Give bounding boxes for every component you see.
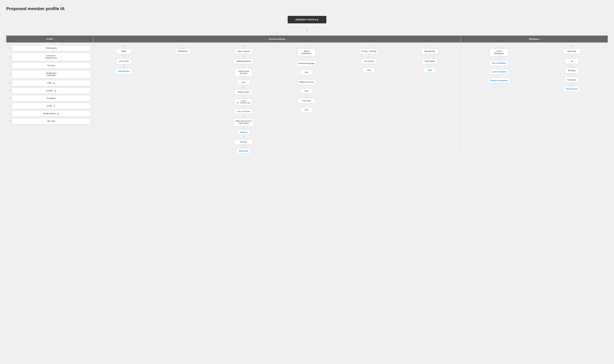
log-out-device-box: Log out device <box>234 109 252 114</box>
list-item: Occupation <box>9 95 91 101</box>
edit-currency-box: Edit <box>300 89 313 94</box>
sections-wrapper: Profile Profile picture Full name +Displ… <box>6 32 608 156</box>
email-box: Email 🔒 <box>12 103 91 109</box>
list-item: Full name +Display name <box>9 53 91 61</box>
edit-language-box: Edit <box>300 70 313 75</box>
deactivate-box: Deactivate <box>236 148 251 153</box>
list-item: Profile picture <box>9 45 91 51</box>
privacy-sharing-box: Privacy + Sharing <box>360 48 378 54</box>
id-verification-box: Identificationverification <box>12 70 91 78</box>
preferred-language-box: Preferred language <box>296 61 316 66</box>
update-password-box: Update password <box>234 58 253 64</box>
login-security-box: Login + security <box>234 48 252 54</box>
dob-box: DOB 🔒 <box>12 80 91 86</box>
workplace-header: Workplace <box>461 36 608 42</box>
global-pref-box: Globalpreferences <box>298 48 315 56</box>
preferred-currency-box: Preferred currency <box>297 79 316 85</box>
leave-workplace-box: Leave workplace <box>490 69 509 74</box>
list-item: Email 🔒 <box>9 103 91 109</box>
discover-workplace-box: Discover workplace <box>488 78 510 83</box>
linked-social-box: Linked socialaccounts <box>234 68 252 76</box>
privacy-column: Privacy + Sharing Your privacy Edit <box>360 45 378 153</box>
list-item: DOB 🔒 <box>9 80 91 86</box>
membership-column: Membership Subscription Edit <box>421 45 438 153</box>
workplace-columns: List ofWorkplaces Add a workplace Leave … <box>461 42 608 94</box>
all-box: All <box>565 58 579 64</box>
device-history-box: Device history <box>234 89 252 95</box>
your-privacy-box: Your privacy <box>361 58 377 64</box>
pronouns-box: Pronouns <box>12 63 91 69</box>
wallet-column: Wallet List of cards Add payment <box>116 45 132 153</box>
add-workplace-box: Add a workplace <box>490 61 508 65</box>
make-secure-box: Make your accountmore secure <box>233 118 253 126</box>
list-workplaces-box: List ofWorkplaces <box>490 48 508 56</box>
list-item: Location 🔒 <box>9 88 91 94</box>
profile-section: Profile Profile picture Full name +Displ… <box>6 32 93 127</box>
root-node-wrapper: MEMBER PROFILE <box>288 16 326 23</box>
profile-picture-box: Profile picture <box>12 45 91 51</box>
list-os-browser-box: List ofOS · Browser type <box>234 99 252 105</box>
qrcode-box: QR Code <box>12 118 91 124</box>
subscription-box: Subscription <box>422 58 438 64</box>
view-invoices-box: View Invoices <box>564 86 580 91</box>
bookings-box: Bookings <box>565 68 579 73</box>
purchases-box: Purchases <box>565 77 579 83</box>
membership-box: Membership <box>421 48 438 54</box>
edit-timezone-box: Edit <box>300 107 313 112</box>
add-payment-box: Add payment <box>116 68 132 74</box>
edit-privacy-box: Edit <box>363 68 375 73</box>
workplace-section: Workplace List ofWorkplaces Add a workpl… <box>461 32 608 94</box>
link-box: Link <box>237 80 250 85</box>
notifications-box: Notifications <box>175 48 191 54</box>
account-box: Account <box>234 139 252 145</box>
list-item: Identificationverification <box>9 70 91 78</box>
page-title: Proposed member profile IA <box>6 6 608 11</box>
ia-diagram: MEMBER PROFILE Profile Profile picture F… <box>6 16 608 156</box>
root-connector <box>307 28 307 32</box>
mobile-box: Mobile number 🔒 <box>12 110 91 117</box>
wallet-box: Wallet <box>116 48 132 54</box>
profile-items: Profile picture Full name +Display name … <box>6 42 93 127</box>
my-activity-column: My activity All Bookings Purchases View … <box>563 45 580 91</box>
account-columns: Wallet List of cards Add payment Notific… <box>93 42 461 156</box>
full-name-box: Full name +Display name <box>12 53 91 61</box>
notifications-column: Notifications <box>175 45 191 153</box>
root-node: MEMBER PROFILE <box>288 16 326 23</box>
account-header: Account settings <box>93 36 461 42</box>
occupation-box: Occupation <box>12 95 91 101</box>
list-of-cards-box: List of cards <box>116 58 132 64</box>
global-pref-column: Globalpreferences Preferred language Edi… <box>296 45 316 153</box>
edit-membership-box: Edit <box>424 68 436 73</box>
improve-box: Improve <box>237 130 250 135</box>
timezone-box: Time zone <box>298 98 315 104</box>
profile-header: Profile <box>6 36 93 42</box>
list-item: QR Code <box>9 118 91 124</box>
list-item: Mobile number 🔒 <box>9 110 91 117</box>
list-workplaces-column: List ofWorkplaces Add a workplace Leave … <box>488 45 510 91</box>
my-activity-box: My activity <box>563 48 580 54</box>
list-item: Pronouns <box>9 63 91 69</box>
account-section: Account settings Wallet List of cards Ad… <box>93 32 461 156</box>
login-security-column: Login + security Update password Linked … <box>233 45 253 153</box>
location-box: Location 🔒 <box>12 88 91 94</box>
